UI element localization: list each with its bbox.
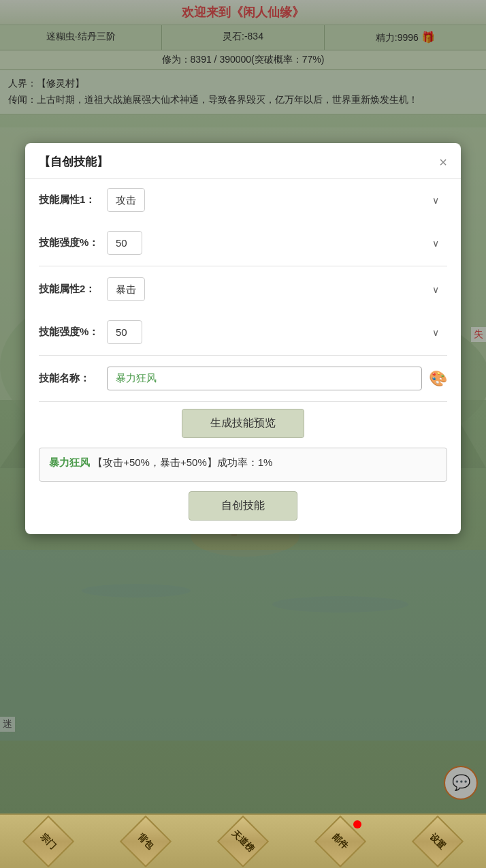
divider-2 (39, 355, 447, 356)
palette-icon[interactable]: 🎨 (429, 370, 447, 388)
skill-strength2-label: 技能强度%： (39, 326, 107, 339)
generate-preview-button[interactable]: 生成技能预览 (182, 409, 304, 438)
skill-preview-box: 暴力狂风 【攻击+50%，暴击+50%】成功率：1% (39, 448, 447, 482)
skill-attr2-select[interactable]: 攻击 防御 暴击 速度 生命 (107, 277, 145, 301)
skill-strength1-select[interactable]: 10 20 30 40 50 60 70 80 90 100 (107, 231, 142, 255)
modal-header: 【自创技能】 × (25, 143, 461, 179)
skill-strength1-row: 技能强度%： 10 20 30 40 50 60 70 80 90 100 (39, 221, 447, 264)
skill-attr1-row: 技能属性1： 攻击 防御 暴击 速度 生命 (39, 179, 447, 221)
nav-label-youjian: 邮件 (329, 831, 351, 852)
skill-attr1-label: 技能属性1： (39, 193, 107, 206)
skill-attr1-select-wrapper: 攻击 防御 暴击 速度 生命 (107, 188, 447, 212)
skill-strength1-select-wrapper: 10 20 30 40 50 60 70 80 90 100 (107, 231, 447, 255)
modal-title: 【自创技能】 (39, 154, 108, 170)
nav-diamond-beibao: 背包 (120, 816, 172, 867)
skill-attr2-select-wrapper: 攻击 防御 暴击 速度 生命 (107, 277, 447, 301)
nav-label-zongmen: 宗门 (38, 831, 59, 852)
skill-attr2-label: 技能属性2： (39, 283, 107, 296)
nav-label-beibao: 背包 (135, 831, 157, 852)
nav-diamond-tiandaobang: 天道榜 (217, 816, 269, 867)
divider-1 (39, 266, 447, 266)
mail-notification-dot (353, 820, 361, 828)
modal-overlay: 【自创技能】 × 技能属性1： 攻击 防御 暴击 速度 生命 (0, 0, 486, 868)
nav-diamond-zongmen: 宗门 (22, 816, 74, 867)
nav-diamond-shezhi: 设置 (411, 816, 463, 867)
skill-name-label: 技能名称： (39, 372, 107, 385)
skill-strength2-select-wrapper: 10 20 30 40 50 60 70 80 90 100 (107, 320, 447, 344)
skill-name-input[interactable] (107, 367, 422, 390)
nav-label-tiandaobang: 天道榜 (229, 828, 257, 855)
preview-skill-name: 暴力狂风 (49, 456, 90, 468)
preview-description: 【攻击+50%，暴击+50%】成功率：1% (93, 456, 272, 468)
skill-creation-modal: 【自创技能】 × 技能属性1： 攻击 防御 暴击 速度 生命 (25, 143, 461, 534)
close-button[interactable]: × (439, 155, 447, 169)
nav-item-shezhi[interactable]: 设置 (419, 823, 456, 860)
skill-strength2-select[interactable]: 10 20 30 40 50 60 70 80 90 100 (107, 320, 142, 344)
nav-label-shezhi: 设置 (427, 831, 448, 852)
skill-attr1-select[interactable]: 攻击 防御 暴击 速度 生命 (107, 188, 145, 212)
modal-body: 技能属性1： 攻击 防御 暴击 速度 生命 技能强度%： 10 (25, 179, 461, 521)
skill-name-row: 技能名称： 🎨 (39, 357, 447, 400)
nav-item-zongmen[interactable]: 宗门 (30, 823, 67, 860)
nav-item-tiandaobang[interactable]: 天道榜 (225, 823, 261, 860)
divider-3 (39, 401, 447, 402)
skill-strength2-row: 技能强度%： 10 20 30 40 50 60 70 80 90 100 (39, 311, 447, 354)
nav-item-beibao[interactable]: 背包 (127, 823, 164, 860)
nav-item-youjian[interactable]: 邮件 (322, 823, 359, 860)
skill-attr2-row: 技能属性2： 攻击 防御 暴击 速度 生命 (39, 268, 447, 311)
skill-strength1-label: 技能强度%： (39, 236, 107, 249)
bottom-navigation: 宗门 背包 天道榜 邮件 设置 (0, 813, 486, 868)
create-skill-button[interactable]: 自创技能 (189, 491, 297, 521)
